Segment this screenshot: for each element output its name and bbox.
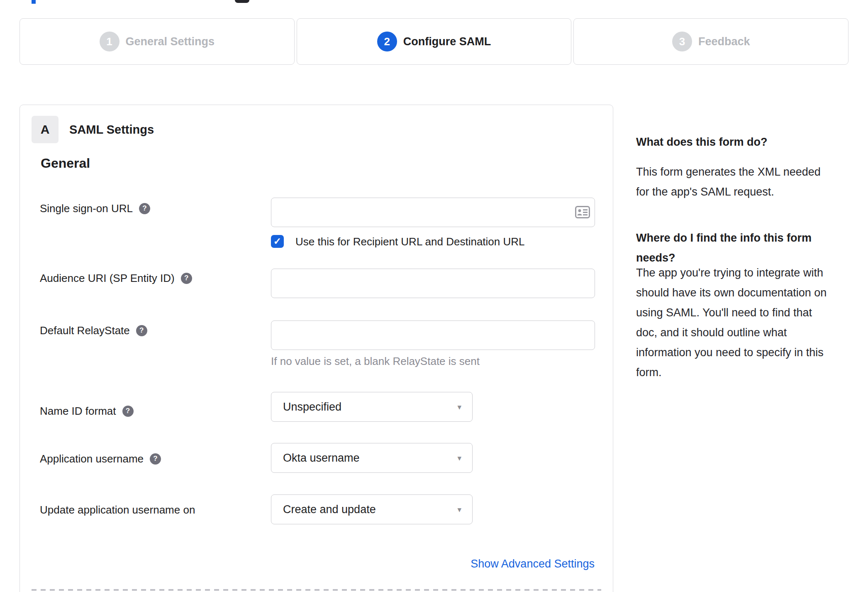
step-number-badge: 1 [100, 32, 119, 51]
sidebar-answer-where: The app you're trying to integrate with … [636, 263, 860, 382]
application-username-label: Application username [40, 452, 144, 465]
application-username-value: Okta username [283, 452, 360, 465]
relay-state-label: Default RelayState [40, 324, 130, 337]
relay-state-input[interactable] [271, 320, 595, 350]
checkmark-icon: ✓ [273, 236, 281, 247]
sidebar-text-line: using SAML. You'll need to find that [636, 303, 860, 323]
show-advanced-settings-link[interactable]: Show Advanced Settings [471, 558, 595, 570]
update-username-value: Create and update [283, 503, 376, 516]
step-label: General Settings [126, 35, 215, 48]
saml-settings-panel: A SAML Settings General Single sign-on U… [20, 105, 613, 592]
step-label: Feedback [698, 35, 750, 48]
sidebar-text-line: for the app's SAML request. [636, 182, 860, 202]
cutoff-dark-badge-fragment [235, 0, 249, 3]
general-heading: General [41, 156, 90, 171]
sidebar-text-line: This form generates the XML needed [636, 162, 860, 182]
sso-url-label: Single sign-on URL [40, 202, 133, 215]
sidebar-question-what: What does this form do? [636, 132, 852, 152]
sso-url-help-icon[interactable]: ? [139, 203, 150, 214]
name-id-format-dropdown[interactable]: Unspecified ▾ [271, 392, 473, 422]
name-id-format-label: Name ID format [40, 404, 116, 418]
sidebar-text-line: should have its own documentation on [636, 283, 860, 303]
audience-uri-input[interactable] [271, 269, 595, 298]
application-username-label-row: Application username ? [40, 452, 161, 465]
chevron-down-icon: ▾ [457, 453, 461, 463]
step-configure-saml[interactable]: 2 Configure SAML [297, 18, 572, 65]
cutoff-blue-fragment [32, 0, 36, 4]
step-label: Configure SAML [403, 35, 491, 48]
application-username-help-icon[interactable]: ? [150, 453, 161, 465]
chevron-down-icon: ▾ [457, 505, 461, 514]
application-username-dropdown[interactable]: Okta username ▾ [271, 443, 473, 473]
sso-url-label-row: Single sign-on URL ? [40, 202, 150, 215]
recipient-url-checkbox[interactable]: ✓ [271, 235, 284, 248]
name-id-format-help-icon[interactable]: ? [122, 406, 134, 417]
relay-state-hint: If no value is set, a blank RelayState i… [271, 355, 480, 368]
sidebar-question-where: Where do I find the info this form needs… [636, 228, 852, 268]
sidebar-text-line: form. [636, 362, 860, 382]
update-username-label: Update application username on [40, 503, 195, 516]
step-general-settings[interactable]: 1 General Settings [20, 18, 295, 65]
audience-uri-label: Audience URI (SP Entity ID) [40, 272, 175, 285]
wizard-stepper: 1 General Settings 2 Configure SAML 3 Fe… [20, 18, 848, 65]
step-number-badge: 2 [377, 32, 397, 51]
sidebar-text-line: Where do I find the info this form [636, 228, 852, 248]
audience-uri-help-icon[interactable]: ? [181, 273, 192, 284]
step-number-badge: 3 [672, 32, 692, 51]
update-username-label-row: Update application username on [40, 503, 195, 516]
chevron-down-icon: ▾ [457, 402, 461, 412]
relay-state-help-icon[interactable]: ? [136, 325, 147, 336]
step-feedback[interactable]: 3 Feedback [573, 18, 848, 65]
relay-state-label-row: Default RelayState ? [40, 324, 147, 337]
update-username-dropdown[interactable]: Create and update ▾ [271, 494, 473, 524]
sidebar-text-line: information you need to specify in this [636, 342, 860, 362]
sso-url-input[interactable] [271, 198, 595, 227]
section-a-badge: A [32, 116, 59, 143]
audience-uri-label-row: Audience URI (SP Entity ID) ? [40, 272, 192, 285]
name-id-format-label-row: Name ID format ? [40, 404, 134, 418]
sidebar-text-line: doc, and it should outline what [636, 323, 860, 342]
section-dashed-divider [32, 589, 601, 591]
sidebar-text-line: The app you're trying to integrate with [636, 263, 860, 283]
panel-title: SAML Settings [69, 123, 154, 137]
recipient-url-checkbox-label[interactable]: Use this for Recipient URL and Destinati… [295, 235, 525, 248]
panel-header: A SAML Settings [32, 116, 154, 143]
sidebar-answer-what: This form generates the XML needed for t… [636, 162, 860, 202]
name-id-format-value: Unspecified [283, 401, 341, 413]
